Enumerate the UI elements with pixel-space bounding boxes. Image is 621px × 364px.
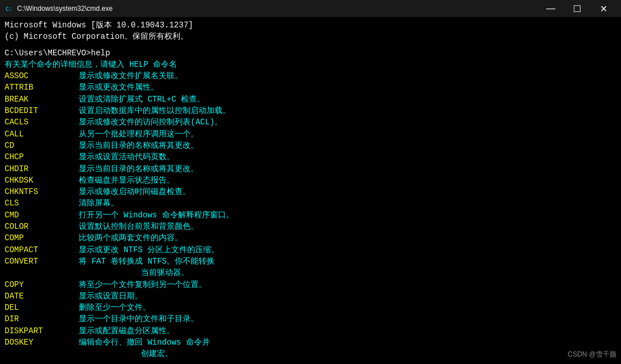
cmd-name: COPY: [5, 279, 79, 290]
list-item: CHKNTFS 显示或修改启动时间磁盘检查。: [5, 186, 616, 197]
cmd-name: DATE: [5, 290, 79, 302]
list-item: BCDEDIT 设置启动数据库中的属性以控制启动加载。: [5, 105, 616, 116]
cmd-name: CALL: [5, 128, 79, 140]
cmd-desc: 显示一个目录中的文件和子目录。: [79, 313, 199, 325]
cmd-name: CHKNTFS: [5, 186, 79, 197]
list-item: ASSOC 显示或修改文件扩展名关联。: [5, 70, 616, 82]
cmd-desc: 设置默认控制台前景和背景颜色。: [79, 221, 199, 232]
cmd-desc: 显示或配置磁盘分区属性。: [79, 325, 175, 337]
cmd-icon: C:\: [5, 4, 14, 13]
list-item: DATE 显示或设置日期。: [5, 290, 616, 302]
cmd-name: DISKPART: [5, 325, 79, 337]
cmd-desc: 设置启动数据库中的属性以控制启动加载。: [79, 105, 231, 116]
list-item: ATTRIB 显示或更改文件属性。: [5, 82, 616, 93]
list-item: COPY 将至少一个文件复制到另一个位置。: [5, 279, 616, 290]
cmd-desc: 比较两个或两套文件的内容。: [79, 232, 183, 244]
cmd-name: ATTRIB: [5, 82, 79, 93]
title-bar: C:\ C:\Windows\system32\cmd.exe — ☐ ✕: [0, 0, 621, 17]
cmd-desc: 将 FAT 卷转换成 NTFS。你不能转换 当前驱动器。: [79, 256, 215, 279]
cmd-desc: 清除屏幕。: [79, 197, 119, 209]
cmd-name: DIR: [5, 313, 79, 325]
list-item: CHDIR 显示当前目录的名称或将其更改。: [5, 163, 616, 175]
cmd-name: ASSOC: [5, 70, 79, 82]
list-item: CHKDSK 检查磁盘并显示状态报告。: [5, 175, 616, 186]
cmd-name: COMP: [5, 232, 79, 244]
cmd-desc: 将至少一个文件复制到另一个位置。: [79, 279, 207, 290]
cmd-name: COMPACT: [5, 244, 79, 256]
cmd-desc: 显示或修改文件扩展名关联。: [79, 70, 183, 82]
list-item: CLS 清除屏幕。: [5, 197, 616, 209]
list-item: CACLS 显示或修改文件的访问控制列表(ACL)。: [5, 116, 616, 128]
list-item: CD 显示当前目录的名称或将其更改。: [5, 140, 616, 151]
list-item: DOSKEY 编辑命令行、撤回 Windows 命令并 创建宏。: [5, 337, 616, 360]
maximize-button[interactable]: ☐: [564, 0, 590, 17]
cmd-desc: 删除至少一个文件。: [79, 302, 151, 313]
help-intro: 有关某个命令的详细信息，请键入 HELP 命令名: [5, 59, 616, 70]
cmd-desc: 显示当前目录的名称或将其更改。: [79, 163, 199, 175]
cmd-desc: 设置或清除扩展式 CTRL+C 检查。: [79, 94, 205, 105]
commands-list: ASSOC 显示或修改文件扩展名关联。ATTRIB 显示或更改文件属性。BREA…: [5, 70, 616, 359]
list-item: COMPACT 显示或更改 NTFS 分区上文件的压缩。: [5, 244, 616, 256]
cmd-desc: 显示或更改 NTFS 分区上文件的压缩。: [79, 244, 219, 256]
cmd-name: DEL: [5, 302, 79, 313]
list-item: CONVERT 将 FAT 卷转换成 NTFS。你不能转换 当前驱动器。: [5, 256, 616, 279]
list-item: CALL 从另一个批处理程序调用这一个。: [5, 128, 616, 140]
cmd-name: CD: [5, 140, 79, 151]
list-item: CMD 打开另一个 Windows 命令解释程序窗口。: [5, 209, 616, 221]
cmd-name: BREAK: [5, 94, 79, 105]
cmd-desc: 编辑命令行、撤回 Windows 命令并 创建宏。: [79, 337, 210, 360]
cmd-name: CMD: [5, 209, 79, 221]
list-item: CHCP 显示或设置活动代码页数。: [5, 151, 616, 163]
minimize-button[interactable]: —: [538, 0, 564, 17]
cmd-name: CHKDSK: [5, 175, 79, 186]
close-button[interactable]: ✕: [590, 0, 616, 17]
window-controls: — ☐ ✕: [538, 0, 616, 17]
cmd-desc: 显示或设置日期。: [79, 290, 143, 302]
cmd-name: COLOR: [5, 221, 79, 232]
blank-line: [5, 43, 616, 47]
cmd-desc: 显示或设置活动代码页数。: [79, 151, 175, 163]
list-item: DEL 删除至少一个文件。: [5, 302, 616, 313]
cmd-window: C:\ C:\Windows\system32\cmd.exe — ☐ ✕ Mi…: [0, 0, 621, 364]
cmd-name: CHCP: [5, 151, 79, 163]
cmd-desc: 显示当前目录的名称或将其更改。: [79, 140, 199, 151]
cmd-desc: 显示或修改文件的访问控制列表(ACL)。: [79, 116, 223, 128]
svg-text:C:\: C:\: [6, 6, 13, 13]
cmd-name: BCDEDIT: [5, 105, 79, 116]
header-line1: Microsoft Windows [版本 10.0.19043.1237]: [5, 19, 616, 31]
cmd-desc: 打开另一个 Windows 命令解释程序窗口。: [79, 209, 234, 221]
header-line2: (c) Microsoft Corporation。保留所有权利。: [5, 31, 616, 42]
cmd-desc: 从另一个批处理程序调用这一个。: [79, 128, 199, 140]
cmd-name: CACLS: [5, 116, 79, 128]
list-item: DISKPART 显示或配置磁盘分区属性。: [5, 325, 616, 337]
list-item: DIR 显示一个目录中的文件和子目录。: [5, 313, 616, 325]
cmd-name: CONVERT: [5, 256, 79, 279]
cmd-desc: 显示或修改启动时间磁盘检查。: [79, 186, 191, 197]
cmd-desc: 检查磁盘并显示状态报告。: [79, 175, 175, 186]
list-item: COMP 比较两个或两套文件的内容。: [5, 232, 616, 244]
cmd-name: CLS: [5, 197, 79, 209]
list-item: COLOR 设置默认控制台前景和背景颜色。: [5, 221, 616, 232]
watermark: CSDN @雪千颜: [567, 350, 616, 359]
cmd-name: CHDIR: [5, 163, 79, 175]
cmd-desc: 显示或更改文件属性。: [79, 82, 159, 93]
console-body: Microsoft Windows [版本 10.0.19043.1237] (…: [0, 17, 621, 364]
prompt-line: C:\Users\MECHREVO>help: [5, 47, 616, 59]
window-title: C:\Windows\system32\cmd.exe: [17, 5, 538, 13]
cmd-name: DOSKEY: [5, 337, 79, 360]
list-item: BREAK 设置或清除扩展式 CTRL+C 检查。: [5, 94, 616, 105]
